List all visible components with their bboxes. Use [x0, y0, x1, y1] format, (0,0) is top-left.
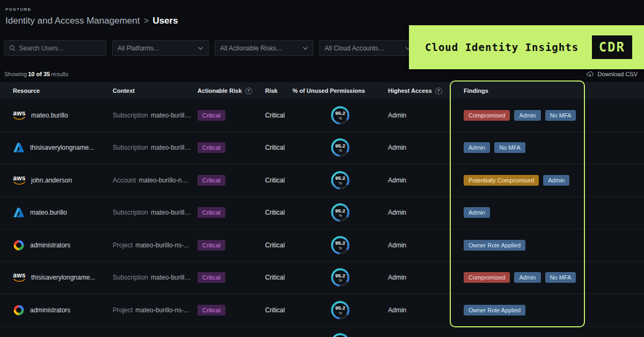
breadcrumb-parent[interactable]: Identity and Access Management	[5, 16, 140, 26]
risk-value: Critical	[265, 241, 285, 249]
resource-name: thisisaverylongname...	[30, 144, 94, 151]
platforms-filter-value: All Platforms...	[118, 45, 159, 52]
column-header-findings: Findings	[464, 87, 644, 94]
download-cloud-icon	[586, 70, 594, 78]
context-name: mateo-burillo-ns-...	[138, 177, 191, 184]
unused-permissions-value: 95.2	[335, 273, 346, 279]
breadcrumb-separator: >	[143, 16, 149, 26]
resource-name: mateo.burillo	[31, 112, 68, 119]
unused-permissions-value: 95.2	[335, 143, 346, 149]
percent-sign: %	[339, 279, 342, 282]
actionable-risk-badge: Critical	[197, 142, 225, 153]
context-name: mateo-burillo-ns-	[151, 274, 191, 281]
chevron-down-icon	[198, 47, 203, 50]
table-row[interactable]: thisisaverylongname... Subscriptionmateo…	[0, 132, 644, 165]
context-type: Project	[113, 241, 133, 249]
column-header-context: Context	[113, 87, 197, 94]
table-row[interactable]: awsjohn.anderson Accountmateo-burillo-ns…	[0, 164, 644, 197]
risk-value: Critical	[265, 144, 285, 151]
highest-access-value: Admin	[388, 177, 406, 184]
actionable-risk-badge: Critical	[197, 305, 225, 316]
column-header-unused-permissions: % of Unused Permissions	[292, 87, 388, 94]
highest-access-value: Admin	[388, 241, 406, 249]
cloud-accounts-filter-value: All Cloud Accounts...	[325, 45, 384, 52]
highest-access-value: Admin	[388, 209, 406, 216]
highest-access-value: Admin	[388, 274, 406, 281]
context-name: mateo-burillo-ns-	[151, 112, 191, 119]
posture-users-page: POSTURE Identity and Access Management>U…	[0, 0, 644, 337]
risk-value: Critical	[265, 112, 285, 119]
context-type: Subscription	[113, 144, 148, 151]
context-name: mateo-burillo-ns-	[151, 144, 191, 151]
context-type: Subscription	[113, 112, 148, 119]
unused-permissions-gauge: 95.2%	[330, 332, 350, 337]
actionable-risk-badge: Critical	[197, 272, 225, 283]
percent-sign: %	[339, 311, 342, 315]
risk-value: Critical	[265, 177, 285, 184]
help-icon[interactable]: ?	[245, 87, 252, 94]
azure-icon	[13, 207, 25, 218]
unused-permissions-gauge: 95.2%	[330, 267, 350, 288]
highest-access-value: Admin	[388, 112, 406, 119]
actionable-risks-filter[interactable]: All Actionable Risks...	[215, 40, 313, 56]
table-header: Resource Context Actionable Risk? Risk %…	[0, 82, 644, 99]
resource-name: administrators	[30, 306, 70, 314]
search-icon	[9, 45, 16, 52]
column-header-risk: Risk	[265, 87, 292, 94]
help-icon[interactable]: ?	[435, 87, 442, 94]
percent-sign: %	[339, 214, 342, 217]
finding-badge: No MFA	[494, 142, 525, 153]
results-count-value: 10 of 35	[28, 71, 50, 77]
unused-permissions-gauge: 95.2%	[330, 300, 350, 320]
users-table: Resource Context Actionable Risk? Risk %…	[0, 82, 644, 337]
unused-permissions-value: 95.2	[335, 305, 346, 311]
finding-badge: Admin	[514, 110, 540, 121]
cloud-identity-insights-banner: Cloud Identity Insights CDR	[409, 25, 644, 69]
context-name: mateo-burillo-ns-	[151, 209, 191, 216]
actionable-risk-badge: Critical	[197, 175, 225, 186]
context-type: Subscription	[113, 209, 148, 216]
table-row[interactable]: mateo.burillo Subscriptionmateo-burillo-…	[0, 197, 644, 230]
unused-permissions-value: 95.2	[335, 111, 346, 116]
finding-badge: Admin	[464, 142, 490, 153]
finding-badge: Admin	[514, 272, 540, 283]
section-eyebrow: POSTURE	[5, 7, 644, 12]
actionable-risks-filter-value: All Actionable Risks...	[220, 45, 282, 52]
search-input[interactable]	[4, 40, 106, 56]
table-row[interactable]: 95.2%	[0, 327, 644, 337]
context-type: Project	[113, 306, 133, 314]
finding-badge: Admin	[543, 175, 569, 186]
context-type: Account	[113, 177, 136, 184]
results-count-suffix: results	[51, 71, 68, 77]
cloud-accounts-filter[interactable]: All Cloud Accounts...	[319, 40, 416, 56]
resource-name: mateo.burillo	[30, 209, 67, 216]
table-row[interactable]: administrators Projectmateo-burillo-ns-.…	[0, 229, 644, 262]
column-header-actionable-risk: Actionable Risk?	[197, 87, 265, 94]
finding-badge: No MFA	[545, 272, 576, 283]
search-input-field[interactable]	[19, 45, 101, 52]
download-csv-button[interactable]: Download CSV	[586, 70, 638, 78]
table-row[interactable]: awsmateo.burillo Subscriptionmateo-buril…	[0, 99, 644, 132]
percent-sign: %	[339, 149, 342, 152]
finding-badge: Compromised	[464, 110, 510, 121]
gcp-icon	[13, 239, 25, 251]
cdr-badge: CDR	[592, 35, 632, 59]
context-name: mateo-burillo-ns-...	[135, 306, 189, 314]
resource-name: thisisaverylongname...	[31, 274, 95, 281]
resource-name: administrators	[30, 241, 70, 249]
banner-title: Cloud Identity Insights	[425, 41, 579, 53]
column-header-highest-access: Highest Access?	[388, 87, 464, 94]
highest-access-value: Admin	[388, 306, 406, 314]
unused-permissions-gauge: 95.2%	[330, 202, 350, 223]
unused-permissions-gauge: 95.2%	[330, 105, 350, 126]
actionable-risk-badge: Critical	[197, 207, 225, 218]
results-count-prefix: Showing	[4, 71, 27, 77]
finding-badge: Admin	[464, 207, 490, 218]
table-row[interactable]: awsthisisaverylongname... Subscriptionma…	[0, 262, 644, 295]
percent-sign: %	[339, 116, 342, 120]
table-row[interactable]: administrators Projectmateo-burillo-ns-.…	[0, 294, 644, 327]
finding-badge: Owner Role Applied	[464, 305, 525, 316]
aws-icon: aws	[13, 175, 26, 185]
platforms-filter[interactable]: All Platforms...	[112, 40, 209, 56]
table-body: awsmateo.burillo Subscriptionmateo-buril…	[0, 99, 644, 337]
